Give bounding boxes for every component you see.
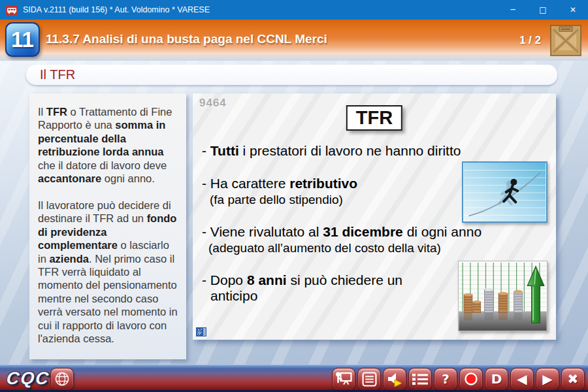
lesson-header: 11 11.3.7 Analisi di una busta paga nel … xyxy=(0,20,588,61)
index-button[interactable] xyxy=(408,368,432,390)
slide-code: 9464 xyxy=(199,97,227,110)
presenter-screen-icon xyxy=(335,370,353,387)
section-title: Il TFR xyxy=(40,67,75,82)
slide-title: TFR xyxy=(346,105,402,131)
cqc-logo: CQC xyxy=(5,368,50,389)
walker-chart-image xyxy=(462,161,547,223)
help-button[interactable]: ? xyxy=(434,368,457,390)
text-button[interactable] xyxy=(357,368,381,390)
page-title: 11.3.7 Analisi di una busta paga nel CCN… xyxy=(46,32,327,46)
chapter-badge: 11 xyxy=(5,22,40,57)
exit-button[interactable]: ✖ xyxy=(561,368,585,390)
document-icon xyxy=(362,372,377,387)
speaker-icon xyxy=(386,371,403,387)
bullet-item: - Dopo 8 anni si può chiedere un anticip… xyxy=(202,272,413,304)
slide-panel: 9464 TFR - Tutti i prestatori di lavoro … xyxy=(193,93,556,340)
question-icon: ? xyxy=(442,372,449,385)
bus-icon xyxy=(6,5,18,15)
bullet-item: - Tutti i prestatori di lavoro ne hanno … xyxy=(202,143,560,159)
bullet-subtext: (fa parte dello stipendio) xyxy=(210,193,343,207)
bullet-subtext: (adeguato all’aumento del costo della vi… xyxy=(208,241,441,255)
bullet-item: - Viene rivalutato al 31 dicembre di ogn… xyxy=(202,224,560,240)
demo-button[interactable]: D xyxy=(485,368,508,390)
globe-icon xyxy=(54,370,71,387)
list-icon xyxy=(412,372,428,386)
explanation-panel: Il TFR o Trattamento di Fine Rapporto è … xyxy=(29,93,186,359)
forward-button[interactable]: ▶ xyxy=(536,368,559,390)
coins-growth-image xyxy=(458,261,547,331)
bottom-toolbar: CQC ?D◀▶✖ xyxy=(0,365,588,392)
window-title: SIDA v.2111 (build 156) * Aut. Voldomino… xyxy=(23,5,498,14)
x-icon: ✖ xyxy=(568,372,579,385)
letter-d-icon: D xyxy=(491,372,502,385)
minimize-button[interactable]: ─ xyxy=(498,0,528,20)
section-title-bar: Il TFR xyxy=(26,65,557,85)
arrow-right-icon: ▶ xyxy=(542,372,552,385)
title-bar: SIDA v.2111 (build 156) * Aut. Voldomino… xyxy=(0,0,588,20)
bullet-item: - Ha carattere retributivo xyxy=(202,176,459,191)
record-icon xyxy=(463,371,479,387)
web-button[interactable] xyxy=(50,368,74,390)
arrow-left-icon: ◀ xyxy=(517,372,527,385)
record-button[interactable] xyxy=(459,368,483,390)
audio-button[interactable] xyxy=(383,368,406,390)
toolbar-buttons: ?D◀▶✖ xyxy=(332,368,585,390)
back-button[interactable]: ◀ xyxy=(510,368,534,390)
explanation-paragraph: Il TFR o Trattamento di Fine Rapporto è … xyxy=(38,105,178,186)
merci-crate-icon xyxy=(550,23,581,57)
maximize-button[interactable]: □ xyxy=(528,0,558,20)
slide-media-icon[interactable] xyxy=(196,327,206,336)
close-button[interactable]: ✕ xyxy=(558,0,588,20)
explanation-paragraph: Il lavoratore può decidere di destinare … xyxy=(38,199,178,346)
page-indicator: 1 / 2 xyxy=(519,34,541,47)
lesson-content: Il TFR Il TFR o Trattamento di Fine Rapp… xyxy=(0,61,588,365)
presentation-button[interactable] xyxy=(332,368,355,390)
